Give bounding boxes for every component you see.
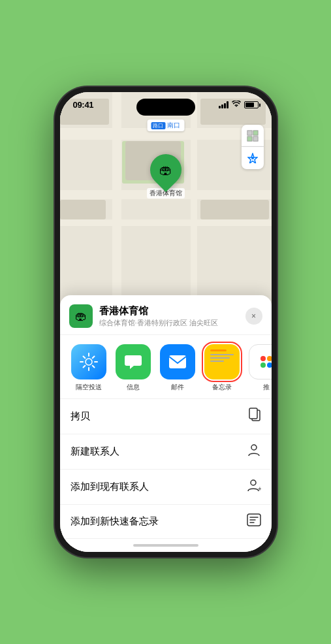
- battery-icon: [244, 101, 259, 108]
- add-note-icon: [247, 513, 261, 530]
- mail-label: 邮件: [171, 383, 184, 392]
- mail-icon: [160, 344, 195, 379]
- svg-rect-8: [249, 408, 257, 419]
- status-icons: [219, 101, 259, 110]
- svg-rect-2: [247, 136, 251, 140]
- action-new-contact[interactable]: 新建联系人: [60, 434, 272, 470]
- svg-point-4: [251, 157, 254, 159]
- more-label: 推: [263, 383, 270, 392]
- sheet-header: 🏟 香港体育馆 综合体育馆·香港特别行政区 油尖旺区 ×: [60, 295, 272, 335]
- map-location-label: 路口 南口: [147, 120, 184, 131]
- map-pin: 🏟 香港体育馆: [147, 154, 185, 199]
- venue-name: 香港体育馆: [99, 305, 239, 317]
- copy-icon: [248, 408, 261, 425]
- notes-label: 备忘录: [212, 383, 232, 392]
- new-contact-icon: [247, 443, 261, 460]
- messages-label: 信息: [127, 383, 140, 392]
- add-contact-icon: +: [247, 478, 261, 496]
- wifi-icon: [232, 101, 241, 110]
- venue-icon: 🏟: [69, 304, 93, 328]
- phone-screen: 09:41: [60, 92, 272, 552]
- action-add-note[interactable]: 添加到新快速备忘录: [60, 505, 272, 539]
- messages-icon: [116, 344, 151, 379]
- location-button[interactable]: [242, 147, 264, 169]
- notes-icon: [204, 344, 240, 379]
- share-item-airdrop[interactable]: 隔空投送: [69, 344, 108, 392]
- svg-text:+: +: [258, 485, 261, 492]
- action-copy[interactable]: 拷贝: [60, 399, 272, 434]
- close-button[interactable]: ×: [245, 308, 262, 325]
- action-add-note-label: 添加到新快速备忘录: [71, 515, 159, 528]
- svg-rect-0: [247, 130, 251, 135]
- map-road: [60, 219, 272, 226]
- map-controls: [242, 125, 264, 169]
- dynamic-island: [136, 99, 195, 116]
- phone-frame: 09:41: [55, 87, 277, 557]
- svg-rect-6: [169, 355, 186, 368]
- share-item-notes[interactable]: 备忘录: [202, 344, 242, 392]
- map-building: [60, 200, 106, 219]
- share-row: 隔空投送 信息: [60, 335, 272, 399]
- svg-rect-1: [253, 130, 257, 135]
- map-type-button[interactable]: [242, 125, 264, 147]
- venue-info: 香港体育馆 综合体育馆·香港特别行政区 油尖旺区: [99, 305, 239, 328]
- airdrop-label: 隔空投送: [76, 383, 102, 392]
- action-add-existing-contact[interactable]: 添加到现有联系人 +: [60, 470, 272, 505]
- svg-point-9: [251, 445, 257, 450]
- action-add-existing-label: 添加到现有联系人: [71, 481, 149, 493]
- action-new-contact-label: 新建联系人: [71, 445, 119, 458]
- svg-rect-3: [253, 136, 257, 140]
- bottom-sheet: 🏟 香港体育馆 综合体育馆·香港特别行政区 油尖旺区 ×: [60, 295, 272, 552]
- svg-point-10: [251, 480, 256, 485]
- airdrop-icon: [71, 344, 106, 379]
- share-item-mail[interactable]: 邮件: [158, 344, 197, 392]
- status-time: 09:41: [73, 100, 94, 110]
- share-item-more[interactable]: 推: [247, 344, 272, 392]
- venue-description: 综合体育馆·香港特别行政区 油尖旺区: [99, 318, 239, 328]
- home-indicator: [60, 539, 272, 552]
- share-item-messages[interactable]: 信息: [114, 344, 153, 392]
- signal-bars-icon: [219, 101, 229, 108]
- more-icon: [249, 344, 272, 379]
- map-building: [200, 200, 269, 219]
- action-copy-label: 拷贝: [71, 410, 90, 423]
- svg-point-5: [86, 359, 92, 365]
